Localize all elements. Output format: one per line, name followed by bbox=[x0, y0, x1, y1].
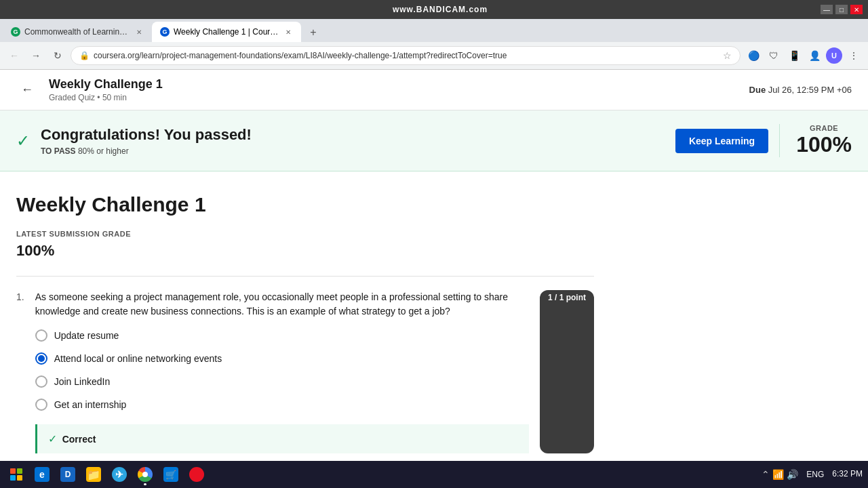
toolbar-icons: 🔵 🛡 📱 👤 U ⋮ bbox=[745, 47, 863, 64]
windows-logo bbox=[10, 468, 22, 481]
forward-nav-button[interactable]: → bbox=[27, 47, 45, 64]
extensions-icon[interactable]: 🔵 bbox=[745, 47, 762, 64]
back-nav-button[interactable]: ← bbox=[5, 47, 23, 64]
option-internship[interactable]: Get an internship bbox=[35, 399, 529, 411]
taskbar-app-telegram[interactable]: ✈ bbox=[107, 462, 132, 487]
option-label-linkedin: Join LinkedIn bbox=[54, 376, 111, 387]
taskbar-app-files[interactable]: 📁 bbox=[81, 462, 106, 487]
avatar[interactable]: U bbox=[826, 47, 842, 64]
grade-box: GRADE 100% bbox=[779, 124, 852, 157]
maximize-button[interactable]: □ bbox=[835, 5, 848, 14]
correct-check-icon: ✓ bbox=[48, 432, 57, 445]
to-pass-label: TO PASS bbox=[41, 146, 76, 156]
address-box[interactable]: 🔒 coursera.org/learn/project-management-… bbox=[71, 46, 741, 65]
taskbar-app-docs[interactable]: D bbox=[56, 462, 80, 487]
radio-inner-networking bbox=[38, 355, 45, 362]
menu-icon[interactable]: ⋮ bbox=[845, 47, 863, 64]
tab-label-2: Weekly Challenge 1 | Coursera bbox=[174, 27, 279, 37]
coursera-header: ← Weekly Challenge 1 Graded Quiz • 50 mi… bbox=[0, 70, 868, 110]
taskbar-app-record[interactable] bbox=[184, 462, 209, 487]
close-button[interactable]: ✕ bbox=[850, 5, 863, 14]
quiz-main-title: Weekly Challenge 1 bbox=[16, 193, 594, 216]
tab-commonwealth[interactable]: G Commonwealth of Learning - G... ✕ bbox=[3, 22, 152, 42]
phone-icon[interactable]: 📱 bbox=[785, 47, 803, 64]
bookmark-icon[interactable]: ☆ bbox=[723, 50, 732, 61]
quiz-info: Weekly Challenge 1 Graded Quiz • 50 min bbox=[49, 77, 738, 102]
url-text: coursera.org/learn/project-management-fo… bbox=[94, 51, 719, 60]
correct-box-1: ✓ Correct bbox=[35, 424, 529, 453]
due-date: Jul 26, 12:59 PM +06 bbox=[768, 85, 852, 95]
question-number-1: 1. bbox=[16, 290, 24, 453]
congratulations-banner: ✓ Congratulations! You passed! TO PASS 8… bbox=[0, 110, 868, 171]
option-label-networking: Attend local or online networking events bbox=[54, 353, 222, 364]
refresh-button[interactable]: ↻ bbox=[49, 47, 66, 64]
congrats-text: Congratulations! You passed! TO PASS 80%… bbox=[41, 126, 665, 156]
correct-text: Correct bbox=[62, 434, 96, 445]
option-linkedin[interactable]: Join LinkedIn bbox=[35, 375, 529, 388]
tray-icons: ⌃ 📶 🔊 bbox=[762, 469, 798, 480]
options-list-1: Update resume Attend local or online net… bbox=[35, 329, 529, 411]
address-bar-row: ← → ↻ 🔒 coursera.org/learn/project-manag… bbox=[0, 42, 868, 69]
radio-internship[interactable] bbox=[35, 399, 47, 411]
taskbar-app-store[interactable]: 🛒 bbox=[159, 462, 183, 487]
record-icon bbox=[189, 467, 204, 482]
grade-value: 100% bbox=[796, 132, 852, 157]
point-badge-1: 1 / 1 point bbox=[540, 290, 594, 453]
back-button[interactable]: ← bbox=[16, 79, 38, 101]
clock-time: 6:32 PM bbox=[832, 469, 863, 480]
quiz-main: Weekly Challenge 1 LATEST SUBMISSION GRA… bbox=[0, 171, 610, 461]
telegram-icon: ✈ bbox=[112, 467, 127, 482]
taskbar-app-ie[interactable]: e bbox=[30, 462, 54, 487]
congrats-heading: Congratulations! You passed! bbox=[41, 126, 665, 144]
submission-label: LATEST SUBMISSION GRADE bbox=[16, 230, 594, 238]
tray-system-icon[interactable]: ⌃ bbox=[762, 469, 770, 480]
question-body-1: As someone seeking a project management … bbox=[35, 290, 529, 453]
radio-update-resume[interactable] bbox=[35, 329, 47, 342]
question-text-1: As someone seeking a project management … bbox=[35, 290, 529, 319]
ie-icon: e bbox=[35, 467, 50, 482]
profile-icon[interactable]: 👤 bbox=[806, 47, 823, 64]
taskbar-right: ⌃ 📶 🔊 ENG 6:32 PM bbox=[762, 469, 863, 480]
tab-close-2[interactable]: ✕ bbox=[283, 27, 293, 37]
tabs-bar: G Commonwealth of Learning - G... ✕ G We… bbox=[0, 19, 868, 42]
keep-learning-button[interactable]: Keep Learning bbox=[675, 129, 768, 153]
grade-label: GRADE bbox=[796, 124, 852, 132]
radio-linkedin[interactable] bbox=[35, 375, 47, 388]
taskbar: e D 📁 ✈ 🛒 ⌃ 📶 🔊 ENG 6:32 PM bbox=[0, 461, 868, 488]
tray-network-icon[interactable]: 📶 bbox=[772, 469, 784, 480]
check-icon: ✓ bbox=[16, 131, 30, 150]
minimize-button[interactable]: — bbox=[821, 5, 833, 14]
to-pass: TO PASS 80% or higher bbox=[41, 146, 665, 156]
due-info: Due Jul 26, 12:59 PM +06 bbox=[749, 85, 852, 95]
option-label-internship: Get an internship bbox=[54, 399, 127, 410]
tab-favicon-2: G bbox=[160, 27, 170, 37]
page-content: ← Weekly Challenge 1 Graded Quiz • 50 mi… bbox=[0, 70, 868, 461]
new-tab-button[interactable]: + bbox=[304, 23, 323, 42]
radio-networking[interactable] bbox=[35, 352, 47, 365]
quiz-title-header: Weekly Challenge 1 bbox=[49, 77, 738, 92]
option-networking[interactable]: Attend local or online networking events bbox=[35, 352, 529, 365]
clock: 6:32 PM bbox=[832, 469, 863, 480]
to-pass-value: 80% or higher bbox=[78, 146, 129, 156]
tray-volume-icon[interactable]: 🔊 bbox=[787, 469, 798, 480]
language-badge: ENG bbox=[804, 470, 827, 479]
shield-icon[interactable]: 🛡 bbox=[765, 47, 783, 64]
due-label: Due bbox=[749, 85, 766, 95]
browser-chrome: www.BANDICAM.com — □ ✕ G Commonwealth of… bbox=[0, 0, 868, 70]
option-label-update-resume: Update resume bbox=[54, 330, 119, 341]
chrome-center bbox=[142, 472, 148, 477]
chrome-icon bbox=[138, 467, 153, 482]
tab-close-1[interactable]: ✕ bbox=[134, 27, 144, 37]
taskbar-app-chrome[interactable] bbox=[133, 462, 157, 487]
title-bar: www.BANDICAM.com — □ ✕ bbox=[0, 0, 868, 19]
tab-favicon-1: G bbox=[11, 27, 20, 37]
store-icon: 🛒 bbox=[163, 467, 178, 482]
question-block-1: 1. As someone seeking a project manageme… bbox=[16, 290, 594, 453]
start-button[interactable] bbox=[5, 464, 27, 485]
submission-grade: 100% bbox=[16, 242, 594, 260]
tab-coursera[interactable]: G Weekly Challenge 1 | Coursera ✕ bbox=[152, 22, 301, 42]
option-update-resume[interactable]: Update resume bbox=[35, 329, 529, 342]
quiz-subtitle: Graded Quiz • 50 min bbox=[49, 93, 738, 102]
window-controls[interactable]: — □ ✕ bbox=[821, 5, 863, 14]
watermark: www.BANDICAM.com bbox=[393, 5, 488, 14]
